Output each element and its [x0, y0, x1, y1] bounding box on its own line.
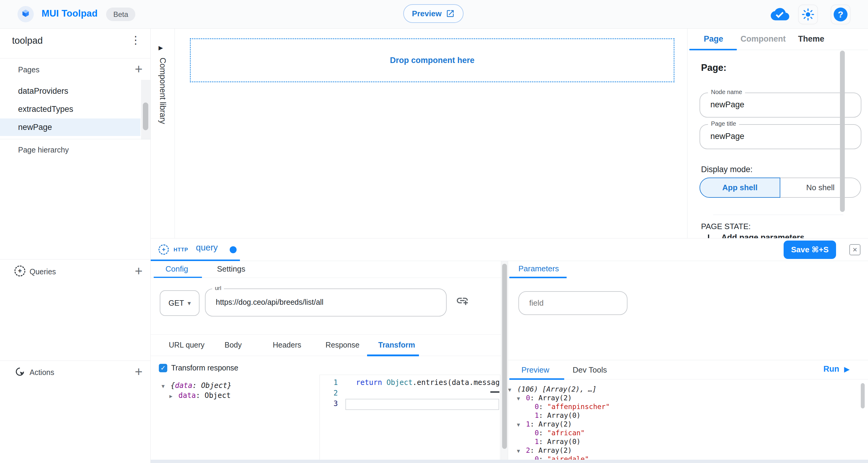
page-state-label: PAGE STATE: [701, 222, 751, 231]
tab-parameters[interactable]: Parameters [518, 264, 559, 273]
transform-response-checkbox[interactable]: ✓ [159, 364, 167, 372]
component-drop-zone[interactable]: Drop component here [190, 38, 675, 82]
help-button[interactable]: ? [831, 4, 850, 24]
tab-url-query[interactable]: URL query [169, 341, 205, 349]
sidebar-item-extractedtypes[interactable]: extractedTypes [0, 100, 141, 118]
display-mode-app-shell[interactable]: App shell [700, 178, 780, 198]
preview-button[interactable]: Preview [403, 4, 464, 23]
tree-toggle-icon[interactable]: ▶ [169, 391, 179, 401]
display-mode-no-shell[interactable]: No shell [780, 178, 861, 198]
add-page-button[interactable]: + [131, 62, 146, 77]
component-library-strip[interactable]: ▶ Component library [151, 29, 175, 238]
question-icon: ? [834, 7, 847, 22]
tree-row: 1: Array(0) [508, 411, 861, 420]
page-title-input[interactable] [710, 127, 849, 145]
config-scrollbar-thumb[interactable] [502, 264, 507, 449]
editor-line-numbers: 123 [320, 377, 343, 409]
inspector-scrollbar-thumb[interactable] [840, 51, 845, 212]
tab-preview[interactable]: Preview [521, 365, 549, 375]
tab-config[interactable]: Config [165, 265, 188, 274]
parameter-field-input[interactable] [529, 294, 620, 312]
divider [0, 58, 151, 59]
tab-body[interactable]: Body [224, 341, 242, 349]
tab-page[interactable]: Page [704, 34, 723, 44]
tree-toggle-icon[interactable]: ▼ [517, 447, 526, 456]
project-name: toolpad [12, 35, 43, 46]
tree-segment: 0 [535, 429, 539, 437]
tab-theme[interactable]: Theme [798, 34, 824, 44]
node-name-input[interactable] [710, 96, 849, 114]
tab-settings[interactable]: Settings [217, 265, 245, 274]
expand-library-icon[interactable]: ▶ [158, 44, 163, 51]
sidebar-item-dataproviders[interactable]: dataProviders [0, 82, 141, 100]
pages-scrollbar-thumb[interactable] [143, 102, 148, 130]
app-header: MUI Toolpad Beta Preview ? [0, 0, 868, 29]
chevron-down-icon: ▾ [187, 300, 191, 307]
save-button[interactable]: Save ⌘+S [784, 241, 836, 259]
tree-segment: 0 [526, 394, 530, 402]
tree-row: 1: Array(0) [508, 437, 861, 446]
page-title-field: Page title [700, 124, 861, 149]
run-button[interactable]: Run ▶ [824, 364, 849, 374]
tree-toggle-icon[interactable]: ▼ [517, 421, 526, 429]
url-input[interactable] [216, 293, 439, 311]
tree-segment: 1 [535, 411, 539, 419]
tab-dev-tools[interactable]: Dev Tools [572, 365, 607, 375]
tree-row: ▼2: Array(2) [508, 446, 861, 455]
tab-response[interactable]: Response [326, 341, 360, 349]
code-token: .entries(data.messag [412, 378, 500, 387]
tree-segment: : Array(2) [530, 420, 572, 428]
url-label: url [212, 285, 224, 291]
tree-toggle-icon[interactable]: ▼ [161, 381, 170, 391]
add-action-button[interactable]: + [131, 365, 146, 379]
theme-toggle-button[interactable] [798, 4, 818, 24]
results-scrollbar-thumb[interactable] [861, 383, 865, 408]
page-hierarchy-label: Page hierarchy [18, 146, 69, 154]
line-number: 2 [320, 388, 343, 399]
add-page-parameters-button[interactable]: Add page parameters [721, 233, 804, 238]
tab-transform[interactable]: Transform [378, 341, 415, 349]
line-number: 1 [320, 377, 343, 388]
add-query-button[interactable]: + [131, 265, 146, 279]
tree-segment: 1 [526, 420, 530, 428]
close-panel-button[interactable]: × [849, 244, 861, 255]
unsaved-indicator-dot [230, 246, 237, 253]
tree-segment: data [179, 391, 196, 400]
http-method-select[interactable]: GET ▾ [160, 290, 199, 316]
tree-toggle-icon[interactable]: ▼ [517, 394, 526, 403]
code-editor[interactable]: 123 return Object.entries(data.messag [319, 375, 500, 460]
code-token: return [356, 378, 386, 387]
tab-component[interactable]: Component [741, 34, 786, 44]
tree-segment: "african" [547, 429, 585, 437]
queries-section-label: Queries [30, 267, 56, 276]
tree-segment: : Object} [192, 381, 231, 390]
editor-code[interactable]: return Object.entries(data.messag [356, 377, 500, 409]
query-tab[interactable]: query [196, 243, 218, 253]
http-query-icon: + [158, 244, 169, 255]
page-title-label: Page title [708, 120, 739, 127]
sync-status-icon [770, 7, 789, 22]
code-token: Object [386, 378, 412, 387]
tab-headers[interactable]: Headers [273, 341, 301, 349]
active-subtab-indicator [367, 354, 419, 356]
drop-zone-hint: Drop component here [390, 56, 475, 65]
http-method-value: GET [168, 299, 184, 307]
query-editor-panel: + HTTP query Save ⌘+S × Config Settings … [151, 238, 868, 463]
sidebar-item-newpage[interactable]: newPage [0, 119, 141, 136]
actions-icon [14, 366, 25, 377]
tree-row: 0: "affenpinscher" [508, 402, 861, 411]
code-line [356, 399, 500, 409]
divider [0, 361, 151, 361]
tree-row: 0: "african" [508, 429, 861, 437]
tree-segment: 2 [526, 446, 530, 454]
project-menu-button[interactable]: ⋮ [130, 34, 141, 46]
mui-logo-icon[interactable] [18, 6, 34, 22]
result-json-tree: ▼(106) [Array(2), …]▼0: Array(2)0: "affe… [508, 385, 861, 463]
active-preview-tab-indicator [509, 378, 564, 380]
preview-button-label: Preview [412, 9, 441, 19]
add-binding-link-icon[interactable] [456, 294, 469, 308]
tree-row: ▶data: Object [161, 391, 231, 401]
tree-toggle-icon[interactable]: ▼ [508, 385, 517, 394]
code-line [356, 388, 500, 399]
display-mode-label: Display mode: [701, 165, 752, 174]
